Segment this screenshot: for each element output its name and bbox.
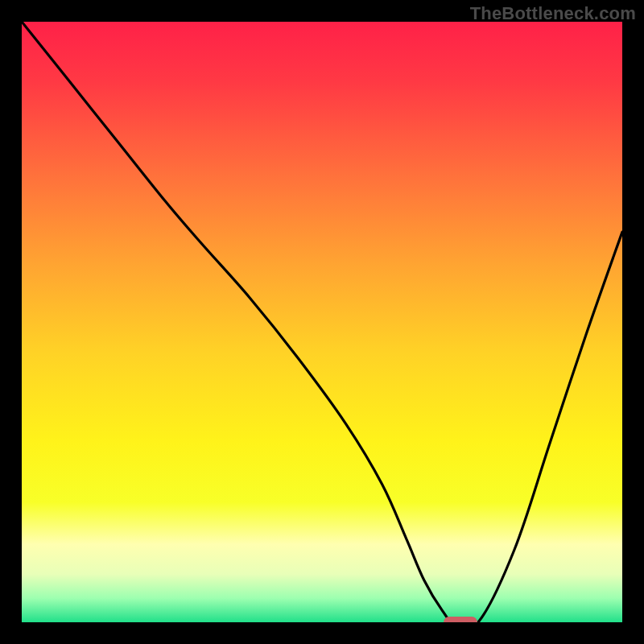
plot-area <box>22 22 622 622</box>
chart-svg <box>22 22 622 622</box>
chart-container: TheBottleneck.com <box>0 0 644 644</box>
gradient-background <box>22 22 622 622</box>
trough-marker <box>444 617 477 622</box>
